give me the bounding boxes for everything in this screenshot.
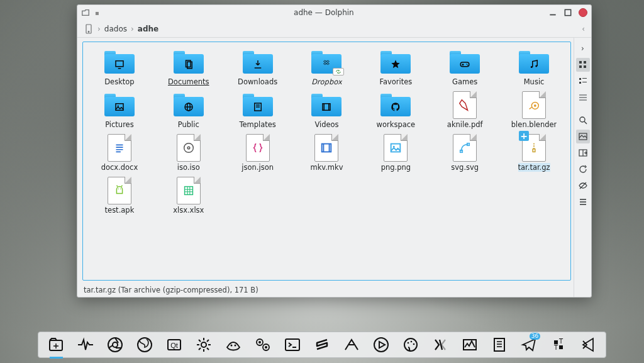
breadcrumb-separator: › <box>97 25 101 33</box>
taskbar-kdenlive-icon[interactable] <box>342 335 360 354</box>
svg-rect-11 <box>582 82 587 82</box>
preview-button[interactable] <box>576 130 590 143</box>
file-aknile-pdf[interactable]: aknile.pdf <box>431 91 499 129</box>
svg-rect-6 <box>579 65 582 68</box>
folder-icon <box>380 51 411 74</box>
folder-favorites[interactable]: Favorites <box>362 48 430 86</box>
taskbar-vscode-icon[interactable] <box>579 335 597 354</box>
file-icon <box>246 134 270 162</box>
item-label: tar.tar.gz <box>518 163 550 172</box>
hidden-files-button[interactable] <box>576 179 590 193</box>
item-label: Public <box>178 120 199 129</box>
folder-games[interactable]: Games <box>431 48 499 86</box>
folder-icon <box>104 51 135 74</box>
folder-icon <box>450 51 480 74</box>
taskbar-tweaks-icon[interactable] <box>254 335 272 354</box>
taskbar-system-monitor-icon[interactable] <box>77 335 95 354</box>
view-icons-button[interactable] <box>576 58 590 72</box>
file-iso-iso[interactable]: iso.iso <box>155 134 223 172</box>
svg-rect-1 <box>565 9 570 15</box>
taskbar-activity-icon[interactable] <box>460 335 479 354</box>
file-tar-tar-gz[interactable]: +tar.tar.gz <box>500 134 568 172</box>
file-view[interactable]: Desktop Documents Downloads Dropbox Favo… <box>82 42 571 281</box>
folder-documents[interactable]: Documents <box>155 48 223 86</box>
file-mkv-mkv[interactable]: mkv.mkv <box>293 134 361 172</box>
file-svg-svg[interactable]: svg.svg <box>431 134 499 172</box>
folder-music[interactable]: Music <box>500 48 568 86</box>
svg-rect-10 <box>579 82 581 84</box>
taskbar-krita-icon[interactable] <box>401 335 419 354</box>
taskbar-qt-creator-icon[interactable]: Qt <box>165 335 184 354</box>
svg-rect-8 <box>579 78 581 80</box>
svg-marker-42 <box>379 342 385 348</box>
nav-back-glyph[interactable]: ‹ <box>582 25 585 33</box>
device-icon[interactable] <box>84 24 94 34</box>
file-icon <box>108 134 131 162</box>
folder-icon <box>311 51 341 74</box>
refresh-button[interactable] <box>576 162 590 176</box>
file-icon <box>314 134 338 162</box>
file-docx-docx[interactable]: docx.docx <box>86 134 153 172</box>
taskbar[interactable]: Qt36TT <box>38 332 606 358</box>
file-png-png[interactable]: png.png <box>362 134 430 172</box>
folder-desktop[interactable]: Desktop <box>86 48 153 86</box>
file-xlsx-xlsx[interactable]: xlsx.xlsx <box>155 177 223 215</box>
taskbar-sublime-icon[interactable] <box>313 335 331 354</box>
file-icon <box>384 134 408 162</box>
svg-point-3 <box>88 31 89 32</box>
folder-pictures[interactable]: Pictures <box>86 91 153 129</box>
item-label: xlsx.xlsx <box>173 206 204 215</box>
taskbar-badge: 36 <box>530 333 540 340</box>
svg-point-15 <box>580 117 585 122</box>
view-compact-button[interactable] <box>576 74 590 88</box>
item-label: docx.docx <box>101 163 138 172</box>
menu-button[interactable] <box>576 195 590 209</box>
folder-icon <box>311 94 341 116</box>
search-button[interactable] <box>576 113 590 127</box>
file-json-json[interactable]: json.json <box>224 134 292 172</box>
taskbar-terminal-icon[interactable] <box>284 335 302 354</box>
taskbar-firefox-icon[interactable] <box>136 335 154 354</box>
taskbar-notes-icon[interactable] <box>490 335 508 354</box>
svg-point-32 <box>231 345 233 347</box>
item-label: Games <box>452 77 477 86</box>
svg-rect-7 <box>584 65 586 68</box>
folder-icon <box>243 94 273 116</box>
taskbar-typography-icon[interactable]: TT <box>549 335 567 354</box>
folder-public[interactable]: Public <box>155 91 223 129</box>
maximize-button[interactable] <box>564 8 572 17</box>
folder-templates[interactable]: Templates <box>224 91 292 129</box>
taskbar-settings-icon[interactable] <box>195 335 213 354</box>
file-icon <box>177 134 201 162</box>
folder-icon <box>380 94 411 116</box>
svg-rect-54 <box>559 345 563 349</box>
svg-rect-49 <box>494 338 504 351</box>
split-button[interactable] <box>576 146 590 160</box>
file-icon: + <box>522 134 546 162</box>
titlebar[interactable]: ▪ adhe — Dolphin <box>77 5 591 20</box>
taskbar-kate-icon[interactable] <box>431 335 449 354</box>
close-button[interactable] <box>579 8 587 17</box>
breadcrumb-segment-1[interactable]: adhe <box>138 25 158 33</box>
minimize-button[interactable] <box>548 8 557 17</box>
taskbar-files-icon[interactable] <box>47 335 65 354</box>
folder-videos[interactable]: Videos <box>293 91 361 129</box>
breadcrumb-segment-0[interactable]: dados <box>104 25 127 33</box>
file-test-apk[interactable]: test.apk <box>86 177 153 215</box>
taskbar-chrome-icon[interactable] <box>106 335 125 354</box>
folder-icon <box>519 51 549 74</box>
folder-downloads[interactable]: Downloads <box>224 48 292 86</box>
file-blen-blender[interactable]: blen.blender <box>500 91 568 129</box>
taskbar-telegram-icon[interactable]: 36 <box>519 335 538 354</box>
view-details-button[interactable] <box>576 91 590 104</box>
folder-dropbox[interactable]: Dropbox <box>293 48 361 86</box>
nav-forward-button[interactable]: › <box>576 42 590 55</box>
item-label: workspace <box>377 120 416 129</box>
folder-icon <box>104 94 135 116</box>
svg-rect-4 <box>579 61 582 64</box>
taskbar-gimp-icon[interactable] <box>225 335 243 354</box>
taskbar-media-player-icon[interactable] <box>372 335 390 354</box>
item-label: Favorites <box>379 77 412 86</box>
folder-workspace[interactable]: workspace <box>362 91 430 129</box>
status-bar: tar.tar.gz (Tar archive (gzip-compressed… <box>77 283 574 297</box>
